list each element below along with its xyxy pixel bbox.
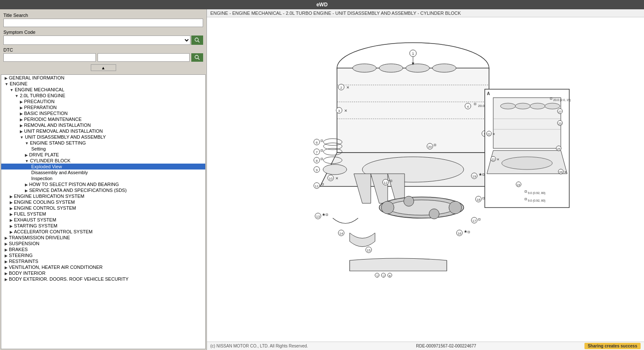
svg-text:17: 17 [472,219,476,223]
svg-text:10: 10 [329,177,332,180]
tree-item-engine-control[interactable]: ▶ENGINE CONTROL SYSTEM [1,205,205,211]
tree-label: Disassembly and Assembly [31,170,88,175]
tree-arrow: ▼ [5,82,8,86]
svg-text:6: 6 [315,141,318,145]
dtc-label: DTC [3,47,203,52]
tree-arrow: ▶ [5,260,8,264]
tree-label: UNIT DISASSEMBLY AND ASSEMBLY [25,134,106,139]
tree-label: UNIT REMOVAL AND INSTALLATION [24,129,103,134]
tree-item-unit-disassembly[interactable]: ▼UNIT DISASSEMBLY AND ASSEMBLY [1,134,205,140]
tree-label: ENGINE MECHANICAL [15,87,64,92]
svg-point-98 [530,103,545,109]
tree-item-removal-installation[interactable]: ▶REMOVAL AND INSTALLATION [1,122,205,128]
svg-text:12: 12 [383,181,387,185]
tree-item-service-data[interactable]: ▶SERVICE DATA AND SPECIFICATIONS (SDS) [1,187,205,193]
search-icon [194,37,200,43]
tree-arrow: ▶ [20,123,23,128]
tree-item-engine-mechanical[interactable]: ▼ENGINE MECHANICAL [1,87,205,93]
tree-label: ENGINE [10,81,27,86]
tree-item-engine-lubrication[interactable]: ▶ENGINE LUBRICATION SYSTEM [1,193,205,199]
svg-point-2 [195,55,198,59]
tree-item-exhaust-system[interactable]: ▶EXHAUST SYSTEM [1,217,205,223]
tree-item-transmission[interactable]: ▶TRANSMISSION DRIVELINE [1,235,205,241]
tree-item-engine-cooling[interactable]: ▶ENGINE COOLING SYSTEM [1,199,205,205]
tree-label: BRAKES [9,247,28,252]
dtc-input-1[interactable] [3,53,96,62]
tree-arrow: ▶ [10,218,13,222]
content-area[interactable]: 1 2 ✕ 3 ✕ 4 [207,17,644,342]
tree-label: REMOVAL AND INSTALLATION [24,123,91,128]
svg-text:2: 2 [340,86,342,90]
tree-item-starting-system[interactable]: ▶STARTING SYSTEM [1,223,205,229]
tree-label: ENGINE LUBRICATION SYSTEM [14,194,84,199]
tree-item-how-to-select[interactable]: ▶HOW TO SELECT PISTON AND BEARING [1,181,205,187]
tree-label: BODY INTERIOR [9,271,46,276]
tree-arrow: ▶ [5,76,8,80]
tree-item-periodic-maintenance[interactable]: ▶PERIODIC MAINTENANCE [1,116,205,122]
svg-text:✕: ✕ [335,176,339,180]
svg-rect-65 [326,214,328,216]
tree-label: DRIVE PLATE [29,152,59,157]
svg-rect-5 [337,68,489,153]
tree-item-accelerator-control[interactable]: ▶ACCELERATOR CONTROL SYSTEM [1,229,205,235]
tree-item-precaution[interactable]: ▶PRECAUTION [1,98,205,104]
symptom-code-label: Symptom Code [3,30,203,35]
tree-item-fuel-system[interactable]: ▶FUEL SYSTEM [1,211,205,217]
tree-item-basic-inspection[interactable]: ▶BASIC INSPECTION [1,110,205,116]
svg-text:11: 11 [315,184,318,188]
tree-arrow: ▶ [25,189,28,193]
tree-item-inspection[interactable]: Inspection [1,175,205,181]
left-panel: Title Search Symptom Code [0,9,207,350]
svg-text:19: 19 [472,175,476,178]
search-icon-dtc [194,55,200,60]
tree-arrow: ▶ [5,236,8,240]
collapse-button[interactable]: ▲ [91,64,116,71]
title-search-input[interactable] [3,19,203,27]
tree-arrow: ▶ [10,224,13,228]
tree-item-drive-plate[interactable]: ▶DRIVE PLATE [1,152,205,158]
symptom-code-select[interactable] [3,36,190,45]
tree-arrow: ▶ [10,200,13,205]
tree-item-engine[interactable]: ▼ENGINE [1,81,205,87]
tree-item-brakes[interactable]: ▶BRAKES [1,246,205,252]
tree-arrow: ▶ [20,106,23,110]
tree-item-cylinder-block[interactable]: ▼CYLINDER BLOCK [1,158,205,164]
tree-label: PREPARATION [24,105,57,110]
svg-point-99 [545,103,560,109]
dtc-input-2[interactable] [98,53,190,62]
tree-arrow: ▼ [25,141,29,145]
svg-text:25: 25 [557,148,560,150]
app-title-bar: eWD [0,0,644,9]
svg-text:4: 4 [467,105,469,109]
tree-item-ventilation[interactable]: ▶VENTILATION, HEATER AIR CONDITIONER [1,264,205,270]
tree-item-setting[interactable]: Setting [1,146,205,152]
tree-item-suspension[interactable]: ▶SUSPENSION [1,241,205,246]
svg-text:23: 23 [558,122,562,125]
tree-label: EXHAUST SYSTEM [14,217,56,222]
tree-item-steering[interactable]: ▶STEERING [1,252,205,258]
svg-text:22: 22 [492,158,495,161]
dtc-search-button[interactable] [191,53,203,62]
tree-item-exploded-view[interactable]: Exploded View [1,164,205,170]
tree-item-body-exterior[interactable]: ▶BODY EXTERIOR. DOORS. ROOF VEHICLE SECU… [1,276,205,282]
svg-line-1 [198,41,200,43]
tree-item-disassembly-assembly[interactable]: Disassembly and Assembly [1,170,205,175]
tree-item-2l-turbo[interactable]: ▼2.0L TURBO ENGINE [1,93,205,98]
svg-text:13: 13 [316,215,320,219]
svg-text:✕: ✕ [346,85,350,90]
tree-arrow: ▶ [5,242,8,246]
tree-item-restraints[interactable]: ▶RESTRAINTS [1,258,205,264]
tree-item-general-info[interactable]: ▶GENERAL INFORMATION [1,75,205,81]
svg-text:★: ★ [322,212,326,217]
tree-item-body-interior[interactable]: ▶BODY INTERIOR [1,270,205,276]
tree-item-unit-removal-installation[interactable]: ▶UNIT REMOVAL AND INSTALLATION [1,128,205,134]
svg-text:18: 18 [476,198,480,202]
search-area: Title Search Symptom Code [0,9,207,74]
tree-item-preparation[interactable]: ▶PREPARATION [1,104,205,110]
tree-container[interactable]: ▶GENERAL INFORMATION▼ENGINE▼ENGINE MECHA… [1,74,206,349]
svg-point-55 [381,201,394,214]
svg-text:3: 3 [338,109,340,113]
tree-label: HOW TO SELECT PISTON AND BEARING [29,182,119,187]
symptom-search-button[interactable] [191,36,203,45]
tree-item-engine-stand[interactable]: ▼ENGINE STAND SETTING [1,140,205,146]
